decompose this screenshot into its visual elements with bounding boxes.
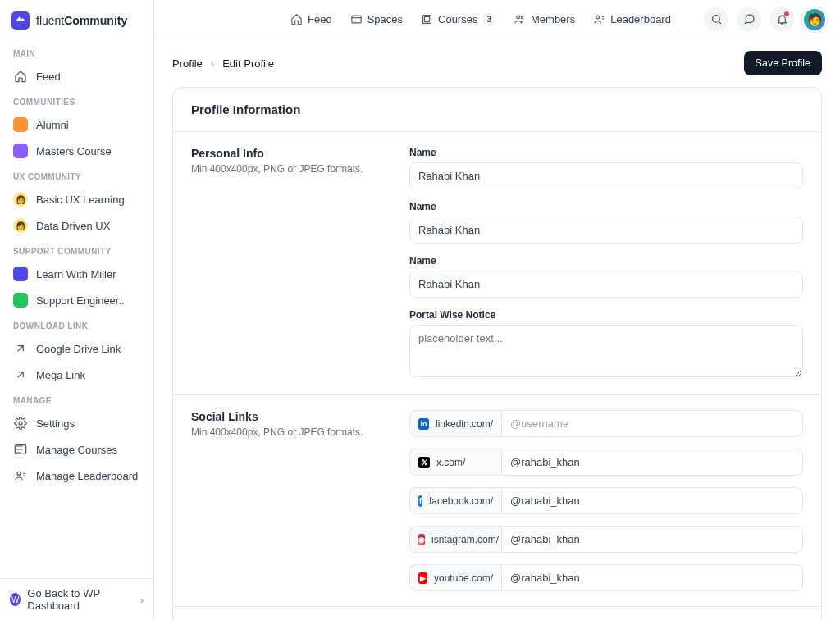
notifications-button[interactable]: [769, 7, 794, 32]
youtube-icon: ▶: [418, 572, 427, 584]
home-icon: [13, 69, 28, 84]
messages-button[interactable]: [737, 7, 761, 32]
search-icon: [710, 13, 723, 25]
svg-rect-5: [424, 16, 429, 21]
section-support: SUPPORT COMMUNITY: [7, 239, 147, 261]
svg-point-6: [517, 16, 520, 19]
linkedin-input[interactable]: [501, 410, 803, 437]
sidebar-item-masters[interactable]: Masters Course: [7, 138, 147, 164]
topnav-members[interactable]: Members: [514, 13, 575, 25]
youtube-input[interactable]: [501, 564, 803, 591]
portal-notice-label: Portal Wise Notice: [409, 309, 803, 321]
instagram-input[interactable]: [501, 526, 803, 553]
youtube-prefix: ▶youtube.com/: [409, 564, 501, 591]
community-color-icon: [13, 117, 28, 132]
social-hint: Min 400x400px, PNG or JPEG formats.: [191, 426, 380, 438]
name3-label: Name: [409, 255, 803, 267]
topnav-label: Feed: [308, 13, 332, 25]
gear-icon: [13, 416, 28, 431]
svg-point-9: [712, 16, 719, 23]
name1-label: Name: [409, 147, 803, 158]
sidebar-item-label: Settings: [36, 417, 75, 430]
page-header: Profile › Edit Profile Save Profile: [154, 39, 840, 87]
leaderboard-icon: [13, 468, 28, 483]
brand-mark-icon: [11, 11, 30, 30]
x-input[interactable]: [501, 449, 803, 476]
section-download: DOWNLOAD LINK: [7, 313, 147, 335]
topnav-spaces[interactable]: Spaces: [350, 13, 403, 25]
chat-icon: [743, 13, 756, 25]
sidebar-item-gdrive[interactable]: Google Drive Link: [7, 335, 147, 362]
sidebar-item-support-eng[interactable]: Support Engineer..: [7, 287, 147, 313]
topnav-feed[interactable]: Feed: [290, 13, 332, 25]
community-color-icon: [13, 293, 28, 308]
topnav-courses[interactable]: Courses3: [421, 13, 495, 25]
profile-card: Profile Information Personal Info Min 40…: [172, 87, 822, 620]
brand-name: fluentCommunity: [36, 14, 127, 27]
search-button[interactable]: [704, 7, 728, 32]
name2-label: Name: [409, 201, 803, 212]
sidebar-item-label: Masters Course: [36, 145, 112, 157]
breadcrumb-edit-profile: Edit Profile: [222, 57, 274, 70]
portal-notice-input[interactable]: [409, 325, 803, 377]
external-link-icon: [13, 367, 28, 382]
section-manage: MANAGE: [7, 388, 147, 410]
name2-input[interactable]: [409, 217, 803, 244]
breadcrumb-profile[interactable]: Profile: [172, 57, 203, 70]
linkedin-prefix: inlinkedin.com/: [409, 410, 501, 437]
sidebar-item-mega[interactable]: Mega Link: [7, 362, 147, 388]
topnav-label: Leaderboard: [610, 13, 671, 25]
sidebar-item-manage-leaderboard[interactable]: Manage Leaderboard: [7, 463, 147, 489]
courses-count-badge: 3: [482, 14, 495, 25]
svg-point-8: [596, 16, 600, 19]
facebook-icon: f: [418, 495, 422, 507]
facebook-prefix: ffacebook.com/: [409, 487, 501, 514]
topbar: Feed Spaces Courses3 Members Leaderboard…: [154, 0, 840, 39]
name3-input[interactable]: [409, 271, 803, 298]
save-profile-button[interactable]: Save Profile: [744, 51, 822, 75]
facebook-input[interactable]: [501, 487, 803, 514]
sidebar-item-manage-courses[interactable]: Manage Courses: [7, 436, 147, 463]
sidebar-item-basic-ux[interactable]: 👩 Basic UX Learning: [7, 186, 147, 212]
sidebar-item-label: Manage Leaderboard: [36, 470, 138, 482]
community-color-icon: [13, 267, 28, 281]
topnav-leaderboard[interactable]: Leaderboard: [593, 13, 671, 25]
topnav-label: Courses: [438, 13, 477, 25]
topnav-label: Spaces: [368, 13, 403, 25]
svg-point-0: [19, 422, 22, 425]
notification-dot-icon: [784, 11, 789, 16]
topnav-label: Members: [531, 13, 575, 25]
courses-icon: [13, 442, 28, 457]
avatar-icon: 👩: [13, 218, 28, 233]
sidebar-item-data-ux[interactable]: 👩 Data Driven UX: [7, 212, 147, 239]
instagram-prefix: ◉isntagram.com/: [409, 526, 501, 553]
x-prefix: 𝕏x.com/: [409, 449, 501, 476]
sidebar-item-label: Alumni: [36, 119, 69, 131]
personal-hint: Min 400x400px, PNG or JPEG formats.: [191, 163, 380, 175]
chevron-right-icon: ›: [140, 594, 144, 606]
wp-back-label: Go Back to WP Dashboard: [27, 587, 133, 612]
breadcrumb: Profile › Edit Profile: [172, 57, 274, 70]
sidebar-item-label: Manage Courses: [36, 444, 117, 456]
external-link-icon: [13, 341, 28, 356]
linkedin-icon: in: [418, 418, 429, 430]
sidebar-item-label: Google Drive Link: [36, 343, 121, 355]
sidebar: fluentCommunity MAIN Feed COMMUNITIES Al…: [0, 0, 154, 620]
personal-heading: Personal Info: [191, 147, 380, 160]
sidebar-item-feed[interactable]: Feed: [7, 63, 147, 89]
wordpress-icon: W: [10, 593, 21, 606]
sidebar-item-settings[interactable]: Settings: [7, 410, 147, 436]
wp-dashboard-link[interactable]: W Go Back to WP Dashboard ›: [0, 578, 153, 620]
name1-input[interactable]: [409, 162, 803, 189]
section-ux: UX COMMUNITY: [7, 164, 147, 186]
avatar-icon: 👩: [13, 192, 28, 207]
brand-logo[interactable]: fluentCommunity: [0, 0, 153, 38]
section-main: MAIN: [7, 41, 147, 63]
sidebar-item-learn-miller[interactable]: Learn With Miller: [7, 261, 147, 287]
x-icon: 𝕏: [418, 457, 430, 468]
sidebar-item-alumni[interactable]: Alumni: [7, 112, 147, 138]
svg-point-2: [17, 472, 21, 475]
section-communities: COMMUNITIES: [7, 89, 147, 112]
user-avatar[interactable]: 🧑: [802, 7, 827, 32]
chevron-right-icon: ›: [211, 57, 214, 70]
